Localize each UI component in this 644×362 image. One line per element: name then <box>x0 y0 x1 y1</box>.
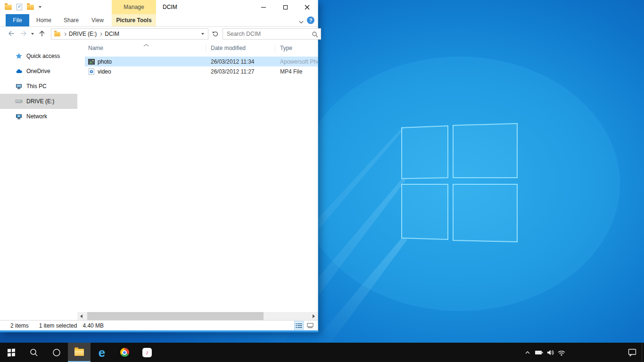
properties-qat-icon[interactable] <box>17 4 22 10</box>
file-type: MP4 File <box>280 68 318 75</box>
breadcrumb-drive[interactable]: DRIVE (E:) <box>69 31 97 37</box>
scroll-right-button[interactable] <box>310 312 318 320</box>
tab-view[interactable]: View <box>87 14 108 26</box>
sidebar-item-onedrive[interactable]: OneDrive <box>0 64 77 79</box>
tab-file[interactable]: File <box>6 14 29 26</box>
qat-customize-chevron-icon[interactable] <box>39 6 41 8</box>
action-center-icon <box>627 348 637 357</box>
navigation-bar: DRIVE (E:) DCIM <box>0 27 318 41</box>
address-folder-icon <box>54 32 60 36</box>
help-icon: ? <box>309 17 313 23</box>
file-name: video <box>98 68 211 75</box>
recent-locations-chevron-icon[interactable] <box>31 33 34 35</box>
view-toggle-buttons <box>294 321 315 330</box>
close-icon <box>305 5 310 10</box>
tray-wifi-button[interactable] <box>556 343 567 362</box>
chevron-up-icon <box>524 349 531 356</box>
sidebar-item-label: This PC <box>26 83 47 90</box>
tab-home[interactable]: Home <box>33 14 55 26</box>
items-count: 2 items <box>10 322 29 329</box>
file-explorer-window: Manage DCIM File Home Share View Picture… <box>0 0 318 332</box>
file-list: Name Date modified Type photo 26/03/2012… <box>77 41 318 320</box>
sidebar-item-quick-access[interactable]: Quick access <box>0 49 77 64</box>
refresh-icon <box>212 31 218 37</box>
tab-picture-tools[interactable]: Picture Tools <box>112 14 156 26</box>
taskbar-search-button[interactable] <box>23 343 45 362</box>
breadcrumb-chevron-icon[interactable] <box>63 32 66 35</box>
taskbar <box>0 343 644 362</box>
window-body: Quick access OneDrive This PC <box>0 41 318 320</box>
column-header-type[interactable]: Type <box>280 45 292 51</box>
system-tray <box>522 343 644 362</box>
forward-button[interactable] <box>20 30 27 38</box>
sort-ascending-icon <box>143 41 149 48</box>
explorer-app-icon[interactable] <box>5 5 12 10</box>
sidebar-item-network[interactable]: Network <box>0 109 77 124</box>
file-row-video[interactable]: video 26/03/2012 11:27 MP4 File <box>85 66 318 76</box>
refresh-button[interactable] <box>210 29 220 39</box>
expand-ribbon-button[interactable] <box>299 18 304 25</box>
file-row-photo[interactable]: photo 26/03/2012 11:34 Apowersoft Pho <box>85 57 318 66</box>
column-header-name[interactable]: Name <box>88 45 103 51</box>
search-input[interactable] <box>223 29 321 39</box>
arrow-right-icon <box>20 30 27 37</box>
this-pc-icon <box>15 82 23 90</box>
breadcrumb-dcim[interactable]: DCIM <box>105 31 119 37</box>
manage-label: Manage <box>124 4 144 10</box>
breadcrumb-chevron-icon[interactable] <box>99 32 102 35</box>
itunes-icon <box>142 348 152 357</box>
sidebar-item-label: Network <box>26 113 47 120</box>
sidebar-item-this-pc[interactable]: This PC <box>0 79 77 94</box>
cortana-button[interactable] <box>45 343 68 362</box>
column-separator[interactable] <box>206 44 206 52</box>
close-button[interactable] <box>296 0 318 14</box>
file-rows: photo 26/03/2012 11:34 Apowersoft Pho vi… <box>77 57 318 76</box>
file-explorer-icon <box>74 349 84 356</box>
battery-icon <box>534 348 544 357</box>
scroll-left-button[interactable] <box>77 312 85 320</box>
manage-contextual-group-tab[interactable]: Manage <box>112 0 156 14</box>
arrow-up-icon <box>39 30 45 37</box>
tray-battery-button[interactable] <box>533 343 545 362</box>
address-bar[interactable]: DRIVE (E:) DCIM <box>51 28 208 40</box>
search-box <box>223 28 321 40</box>
arrow-left-icon <box>8 30 15 37</box>
network-icon <box>15 113 23 120</box>
selection-size: 4.40 MB <box>83 322 104 329</box>
tray-spacer <box>567 352 623 353</box>
taskbar-file-explorer-button[interactable] <box>68 343 91 362</box>
tray-volume-button[interactable] <box>545 343 556 362</box>
taskbar-edge-button[interactable] <box>91 343 113 362</box>
action-center-button[interactable] <box>623 343 642 362</box>
show-desktop-button[interactable] <box>642 343 644 362</box>
thumbnails-view-button[interactable] <box>305 321 315 330</box>
minimize-icon <box>261 7 266 8</box>
help-button[interactable]: ? <box>307 16 314 24</box>
taskbar-chrome-button[interactable] <box>113 343 136 362</box>
scrollbar-thumb[interactable] <box>87 312 264 320</box>
tab-share[interactable]: Share <box>60 14 83 26</box>
maximize-button[interactable] <box>274 0 296 14</box>
address-dropdown-chevron-icon[interactable] <box>201 33 204 35</box>
tray-show-hidden-icons-button[interactable] <box>522 343 533 362</box>
sidebar-item-drive-e[interactable]: DRIVE (E:) <box>0 94 77 109</box>
file-date-modified: 26/03/2012 11:34 <box>211 58 280 65</box>
search-icon <box>30 348 38 357</box>
column-separator[interactable] <box>275 44 275 52</box>
back-button[interactable] <box>8 30 15 38</box>
chevron-down-icon <box>299 21 304 24</box>
up-button[interactable] <box>39 30 45 38</box>
horizontal-scrollbar[interactable] <box>77 312 318 320</box>
new-folder-qat-icon[interactable] <box>27 5 34 10</box>
start-button[interactable] <box>0 343 23 362</box>
chrome-icon <box>120 348 129 357</box>
quick-access-toolbar <box>5 0 46 14</box>
details-view-icon <box>296 323 302 329</box>
search-icon[interactable] <box>312 31 318 39</box>
details-view-button[interactable] <box>294 321 304 330</box>
taskbar-itunes-button[interactable] <box>136 343 158 362</box>
minimize-button[interactable] <box>253 0 274 14</box>
column-header-date-modified[interactable]: Date modified <box>211 45 246 51</box>
file-name: photo <box>98 58 211 65</box>
onedrive-cloud-icon <box>15 67 23 75</box>
